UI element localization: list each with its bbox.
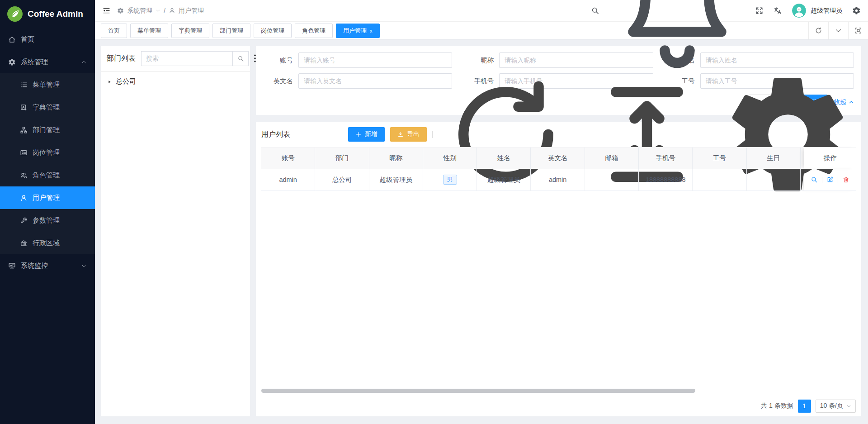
tab-home[interactable]: 首页 (101, 24, 127, 38)
search-icon[interactable] (591, 6, 599, 15)
cell-gender: 男 (423, 169, 477, 191)
user-icon (20, 194, 28, 202)
app-logo[interactable]: Coffee Admin (0, 0, 95, 28)
page-size-select[interactable]: 10 条/页 (816, 400, 856, 413)
page-number-button[interactable]: 1 (798, 400, 811, 413)
sidebar-item-label: 字典管理 (33, 103, 60, 112)
chevron-down-icon (846, 404, 851, 409)
add-user-button[interactable]: 新增 (348, 127, 385, 142)
account-input[interactable] (298, 52, 452, 68)
breadcrumb-current: 用户管理 (179, 7, 204, 15)
caret-right-icon[interactable] (107, 80, 112, 84)
top-header: 系统管理 / 用户管理 超级管理员 (95, 0, 868, 22)
translate-icon[interactable] (774, 6, 782, 15)
tab-user-mgmt[interactable]: 用户管理 x (336, 24, 380, 38)
col-dept: 部门 (315, 148, 369, 169)
field-label: 账号 (263, 56, 293, 65)
refresh-icon[interactable] (808, 22, 828, 39)
sidebar-item-system[interactable]: 系统管理 (0, 51, 95, 73)
col-name: 姓名 (477, 148, 531, 169)
sidebar-item-post-mgmt[interactable]: 岗位管理 (0, 141, 95, 164)
tree-item-label: 总公司 (116, 77, 136, 86)
breadcrumb-parent[interactable]: 系统管理 (127, 7, 152, 15)
sidebar-item-dict-mgmt[interactable]: 字典管理 (0, 96, 95, 119)
sidebar-item-menu-mgmt[interactable]: 菜单管理 (0, 73, 95, 96)
tab-post-mgmt[interactable]: 岗位管理 (254, 24, 292, 38)
app-title: Coffee Admin (28, 9, 83, 19)
bell-icon (609, 0, 745, 79)
col-job-no: 工号 (693, 148, 746, 169)
trash-icon[interactable] (842, 176, 849, 183)
cell-email (585, 169, 639, 191)
tab-role-mgmt[interactable]: 角色管理 (295, 24, 333, 38)
sidebar-item-region-mgmt[interactable]: 行政区域 (0, 232, 95, 254)
avatar[interactable] (792, 4, 806, 18)
sidebar-item-label: 系统监控 (21, 262, 48, 270)
chevron-down-icon[interactable] (828, 22, 848, 39)
list-icon (20, 81, 28, 89)
chevron-down-icon (81, 263, 87, 269)
tab-menu-mgmt[interactable]: 菜单管理 (130, 24, 168, 38)
pagination-total: 共 1 条数据 (761, 402, 793, 410)
dept-search-button[interactable] (232, 51, 249, 66)
sidebar-item-monitor[interactable]: 系统监控 (0, 254, 95, 277)
tab-bar: 首页 菜单管理 字典管理 部门管理 岗位管理 角色管理 用户管理 x (95, 22, 868, 40)
divider (822, 177, 822, 183)
cell-actions (804, 169, 856, 191)
sidebar-item-user-mgmt[interactable]: 用户管理 (0, 186, 95, 209)
col-phone: 手机号 (639, 148, 693, 169)
cell-dept: 总公司 (315, 169, 369, 191)
dept-panel: 部门列表 总公司 (101, 46, 250, 416)
cell-job-no (693, 169, 746, 191)
menu-fold-icon[interactable] (102, 6, 111, 15)
sidebar-item-label: 行政区域 (33, 239, 60, 248)
frame-maximize-icon[interactable] (848, 22, 868, 39)
cell-spacer (801, 169, 804, 191)
gear-icon[interactable] (852, 6, 861, 15)
sidebar-submenu-system: 菜单管理 字典管理 部门管理 岗位管理 角色管理 用户管理 参数管理 行政区域 (0, 73, 95, 254)
tab-dept-mgmt[interactable]: 部门管理 (212, 24, 250, 38)
breadcrumb-person-icon (169, 7, 175, 14)
chevron-down-icon (156, 8, 160, 13)
edit-icon[interactable] (826, 176, 834, 183)
breadcrumb: 系统管理 / 用户管理 (117, 7, 204, 15)
tab-tools (808, 22, 868, 39)
scrollbar-thumb[interactable] (261, 389, 695, 393)
horizontal-scrollbar (261, 389, 856, 393)
field-account: 账号 (263, 52, 452, 68)
sidebar-item-label: 系统管理 (21, 58, 48, 67)
cell-name: 超级管理员 (477, 169, 531, 191)
dept-search-input[interactable] (141, 51, 232, 66)
download-icon (397, 131, 404, 138)
dictionary-icon (20, 104, 28, 111)
tree-item-company[interactable]: 总公司 (107, 77, 244, 86)
user-list-card: 用户列表 新增 导出 (256, 122, 861, 416)
username[interactable]: 超级管理员 (811, 7, 842, 15)
right-column: 账号 昵称 姓名 英文名 (256, 46, 861, 416)
home-icon (8, 36, 16, 43)
notification-bell[interactable] (609, 0, 745, 79)
table-row[interactable]: admin 总公司 超级管理员 男 超级管理员 admin 1888888888… (261, 169, 856, 191)
roles-icon (20, 172, 28, 179)
fullscreen-icon[interactable] (755, 6, 764, 15)
col-spacer (801, 148, 804, 169)
gear-icon (8, 58, 16, 66)
table-header-row: 账号 部门 昵称 性别 姓名 英文名 邮箱 手机号 工号 生日 操作 (261, 147, 856, 169)
magnifier-zoom-icon[interactable] (811, 176, 818, 183)
sidebar-item-home[interactable]: 首页 (0, 28, 95, 51)
sidebar-item-dept-mgmt[interactable]: 部门管理 (0, 119, 95, 141)
leaf-logo-icon (7, 6, 23, 22)
pagination: 共 1 条数据 1 10 条/页 (261, 395, 856, 416)
export-button[interactable]: 导出 (390, 127, 427, 142)
close-icon[interactable]: x (370, 28, 373, 33)
sidebar-item-param-mgmt[interactable]: 参数管理 (0, 209, 95, 232)
tab-dict-mgmt[interactable]: 字典管理 (171, 24, 209, 38)
sidebar-item-role-mgmt[interactable]: 角色管理 (0, 164, 95, 186)
user-list-title: 用户列表 (261, 130, 290, 139)
id-card-icon (20, 149, 28, 157)
sidebar-item-label: 用户管理 (33, 194, 60, 202)
gear-icon (117, 7, 124, 14)
user-list-header: 用户列表 新增 导出 (261, 122, 856, 147)
dept-search (141, 51, 249, 66)
divider (838, 177, 838, 183)
